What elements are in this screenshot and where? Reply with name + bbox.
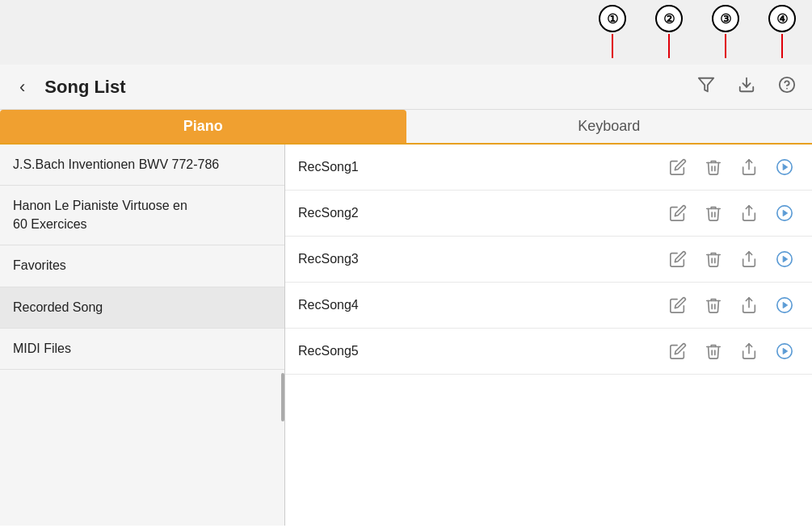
header-left: ‹ Song List xyxy=(13,73,126,101)
share-button-3[interactable] xyxy=(734,245,764,274)
callout-circle-3: ③ xyxy=(712,5,739,32)
callout-4: ④ xyxy=(768,5,796,58)
callouts-bar: ① ② ③ ④ xyxy=(0,0,812,65)
filter-icon xyxy=(697,76,715,94)
sidebar-item-midi-files[interactable]: MIDI Files xyxy=(0,329,284,370)
svg-marker-15 xyxy=(783,302,788,308)
svg-marker-6 xyxy=(783,164,788,170)
trash-icon xyxy=(705,250,722,268)
callout-circle-4: ④ xyxy=(768,5,796,32)
table-row: RecSong5 xyxy=(285,329,812,375)
callout-2: ② xyxy=(655,5,683,58)
header-actions xyxy=(694,73,799,101)
callout-3: ③ xyxy=(712,5,739,58)
play-button-3[interactable] xyxy=(770,245,799,274)
play-icon xyxy=(776,204,793,222)
play-icon xyxy=(776,296,793,314)
share-button-5[interactable] xyxy=(734,337,764,366)
main-content: J.S.Bach Inventionen BWV 772-786 Hanon L… xyxy=(0,145,812,526)
edit-icon xyxy=(669,158,687,176)
delete-button-1[interactable] xyxy=(699,153,728,182)
share-icon xyxy=(740,342,758,360)
table-row: RecSong1 xyxy=(285,145,812,191)
table-row: RecSong2 xyxy=(285,191,812,237)
play-icon xyxy=(776,342,793,360)
svg-marker-0 xyxy=(699,78,713,92)
sidebar-item-bach[interactable]: J.S.Bach Inventionen BWV 772-786 xyxy=(0,145,284,186)
play-button-2[interactable] xyxy=(770,199,799,228)
trash-icon xyxy=(705,204,722,222)
edit-icon xyxy=(669,250,687,268)
table-row: RecSong4 xyxy=(285,283,812,329)
trash-icon xyxy=(705,158,722,176)
back-button[interactable]: ‹ xyxy=(13,73,32,101)
share-icon xyxy=(740,204,758,222)
share-icon xyxy=(740,250,758,268)
help-icon xyxy=(778,76,796,94)
tab-keyboard[interactable]: Keyboard xyxy=(406,110,813,143)
download-button[interactable] xyxy=(734,73,759,101)
sidebar-item-hanon[interactable]: Hanon Le Pianiste Virtuose en60 Exercice… xyxy=(0,186,284,245)
delete-button-4[interactable] xyxy=(699,291,728,320)
trash-icon xyxy=(705,342,722,360)
page-title: Song List xyxy=(44,77,125,98)
edit-icon xyxy=(669,296,687,314)
edit-button-1[interactable] xyxy=(663,153,692,182)
delete-button-3[interactable] xyxy=(699,245,728,274)
delete-button-5[interactable] xyxy=(699,337,728,366)
delete-button-2[interactable] xyxy=(699,199,728,228)
share-button-2[interactable] xyxy=(734,199,764,228)
sidebar-item-recorded-song[interactable]: Recorded Song xyxy=(0,287,284,329)
callout-1: ① xyxy=(599,5,626,58)
help-button[interactable] xyxy=(775,73,799,101)
svg-marker-9 xyxy=(783,210,788,216)
callout-line-3 xyxy=(725,34,726,58)
edit-button-3[interactable] xyxy=(663,245,692,274)
share-icon xyxy=(740,158,758,176)
edit-button-2[interactable] xyxy=(663,199,692,228)
play-icon xyxy=(776,250,793,268)
sidebar: J.S.Bach Inventionen BWV 772-786 Hanon L… xyxy=(0,145,285,526)
svg-marker-18 xyxy=(783,348,788,354)
download-icon xyxy=(738,76,755,94)
callout-line-4 xyxy=(781,34,783,58)
filter-button[interactable] xyxy=(694,73,718,101)
callout-circle-2: ② xyxy=(655,5,683,32)
song-list-panel: RecSong1 xyxy=(285,145,812,526)
song-name: RecSong5 xyxy=(298,344,657,358)
svg-marker-12 xyxy=(783,256,788,262)
callout-line-1 xyxy=(612,34,613,58)
sidebar-item-favorites[interactable]: Favorites xyxy=(0,245,284,287)
share-icon xyxy=(740,296,758,314)
trash-icon xyxy=(705,296,722,314)
tabs-row: Piano Keyboard xyxy=(0,110,812,145)
edit-icon xyxy=(669,342,687,360)
play-button-1[interactable] xyxy=(770,153,799,182)
play-button-5[interactable] xyxy=(770,337,799,366)
song-name: RecSong2 xyxy=(298,206,657,220)
play-icon xyxy=(776,158,793,176)
song-name: RecSong1 xyxy=(298,160,657,174)
callout-line-2 xyxy=(668,34,670,58)
song-name: RecSong4 xyxy=(298,298,657,312)
share-button-1[interactable] xyxy=(734,153,764,182)
tab-piano[interactable]: Piano xyxy=(0,110,406,143)
table-row: RecSong3 xyxy=(285,237,812,283)
edit-button-5[interactable] xyxy=(663,337,692,366)
edit-button-4[interactable] xyxy=(663,291,692,320)
edit-icon xyxy=(669,204,687,222)
share-button-4[interactable] xyxy=(734,291,764,320)
song-name: RecSong3 xyxy=(298,252,657,266)
play-button-4[interactable] xyxy=(770,291,799,320)
header: ‹ Song List xyxy=(0,65,812,110)
callout-circle-1: ① xyxy=(599,5,626,32)
